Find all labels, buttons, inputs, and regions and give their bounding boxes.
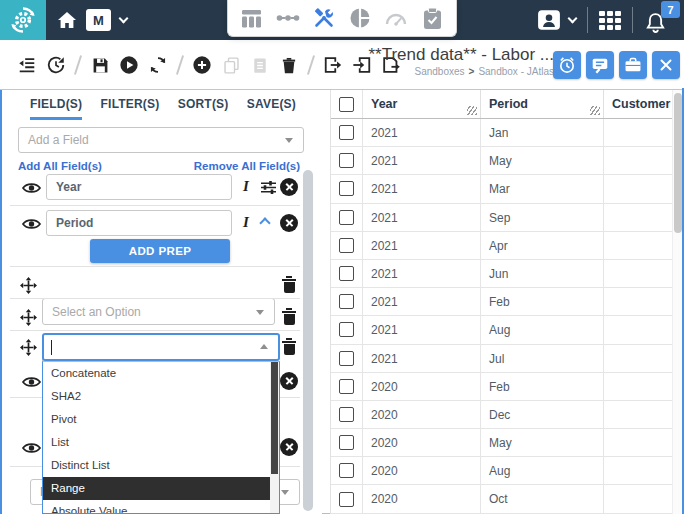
row-checkbox[interactable] [339,153,354,168]
prep-option-select[interactable]: Select an Option [42,298,275,325]
row-checkbox[interactable] [339,435,354,450]
add-prep-button[interactable]: ADD PREP [90,239,230,263]
column-header-period[interactable]: Period [481,90,604,118]
eye-icon[interactable] [22,217,41,231]
chevron-down-icon [568,13,578,23]
close-button[interactable] [652,51,680,79]
breadcrumb: Sandboxes>Sandbox - JAtlas [234,66,554,77]
history-icon[interactable] [45,54,67,76]
panel-scrollbar-thumb[interactable] [303,170,313,511]
dropdown-scrollbar-thumb[interactable] [271,362,278,474]
row-checkbox[interactable] [339,407,354,422]
row-checkbox[interactable] [339,322,354,337]
remove-field-button[interactable] [280,438,298,456]
chart-columns-icon[interactable] [238,5,264,31]
toc-icon[interactable] [16,54,38,76]
dropdown-option[interactable]: SHA2 [43,385,272,408]
cell-period: Oct [481,485,604,512]
dropdown-option[interactable]: Distinct List [43,454,272,477]
tools-icon[interactable] [311,5,337,31]
dropdown-option[interactable]: List [43,431,272,454]
apps-grid-button[interactable] [599,11,621,30]
column-header-year[interactable]: Year [363,90,481,118]
cell-customer [604,119,677,146]
field-name-input[interactable]: Period [46,210,232,236]
delete-prep-button[interactable] [282,338,296,355]
panel-scrollbar[interactable] [303,170,315,511]
move-handle-icon[interactable] [20,277,37,294]
table-row: 2021 Mar [331,175,677,203]
row-checkbox[interactable] [339,379,354,394]
column-resize-handle[interactable] [467,106,477,115]
select-all-checkbox[interactable] [339,97,354,112]
comments-button[interactable] [586,51,614,79]
notifications-button[interactable]: 7 [644,0,678,40]
prep-option-combobox-open[interactable] [42,333,280,361]
refresh-icon[interactable] [147,54,169,76]
column-header-customer[interactable]: Customer Co [604,90,677,118]
remove-field-button[interactable] [280,214,298,232]
cell-period: Aug [481,316,604,343]
dropdown-option[interactable]: Concatenate [43,362,272,385]
row-checkbox[interactable] [339,351,354,366]
select-placeholder: Select an Option [52,305,141,319]
remove-field-button[interactable] [280,178,298,196]
delete-prep-button[interactable] [282,308,296,325]
app-logo-button[interactable] [0,0,46,40]
dropdown-option[interactable]: Pivot [43,408,272,431]
user-icon [537,9,561,31]
table-scrollbar[interactable] [672,90,682,514]
breadcrumb-root[interactable]: Sandboxes [415,66,465,77]
delete-prep-button[interactable] [282,276,296,293]
briefcase-button[interactable] [619,51,647,79]
eye-icon[interactable] [22,181,41,195]
run-icon[interactable] [118,54,140,76]
panel-tab[interactable]: FILTER(S) [101,97,160,120]
dropdown-scrollbar[interactable] [270,362,279,513]
dropdown-option[interactable]: Absolute Value [43,500,272,514]
column-resize-handle[interactable] [590,106,600,115]
notification-count-badge: 7 [661,1,680,18]
panel-tab[interactable]: SORT(S) [178,97,229,120]
cell-customer [604,260,677,287]
italic-format-icon[interactable]: I [243,178,249,195]
add-field-select[interactable]: Add a Field [18,127,304,153]
row-checkbox[interactable] [339,266,354,281]
field-name-input[interactable]: Year [46,174,232,200]
table-scrollbar-thumb[interactable] [674,93,682,233]
row-checkbox[interactable] [339,181,354,196]
user-menu-button[interactable] [537,9,576,31]
row-checkbox[interactable] [339,463,354,478]
row-checkbox[interactable] [339,125,354,140]
row-checkbox[interactable] [339,238,354,253]
remove-field-button[interactable] [280,372,298,390]
tune-sliders-icon[interactable] [259,179,278,196]
dot-sequence-icon[interactable] [275,5,301,31]
clipboard-check-icon[interactable] [420,5,446,31]
table-header-row: Year Period Customer Co [331,90,677,119]
move-handle-icon[interactable] [20,309,37,326]
dropdown-option[interactable]: Range [43,477,272,500]
eye-icon[interactable] [22,441,41,455]
pie-chart-icon[interactable] [347,5,373,31]
save-icon[interactable] [89,54,111,76]
panel-tab[interactable]: FIELD(S) [30,97,82,120]
cell-customer [604,345,677,372]
row-checkbox[interactable] [339,492,354,507]
eye-icon[interactable] [22,375,41,389]
schedule-button[interactable] [553,51,581,79]
italic-format-icon[interactable]: I [243,214,249,231]
add-icon[interactable] [191,54,213,76]
table-row: 2020 Oct [331,485,677,513]
cell-year: 2021 [363,288,481,315]
add-all-fields-link[interactable]: Add All Field(s) [18,160,102,172]
module-menu-button[interactable]: M [86,9,127,31]
panel-tab[interactable]: SAVE(S) [247,97,296,120]
caret-down-icon [256,310,264,315]
collapse-prep-icon[interactable] [259,217,270,228]
move-handle-icon[interactable] [20,339,37,356]
row-checkbox[interactable] [339,210,354,225]
remove-all-fields-link[interactable]: Remove All Field(s) [194,160,300,172]
home-button[interactable] [54,8,80,32]
row-checkbox[interactable] [339,294,354,309]
